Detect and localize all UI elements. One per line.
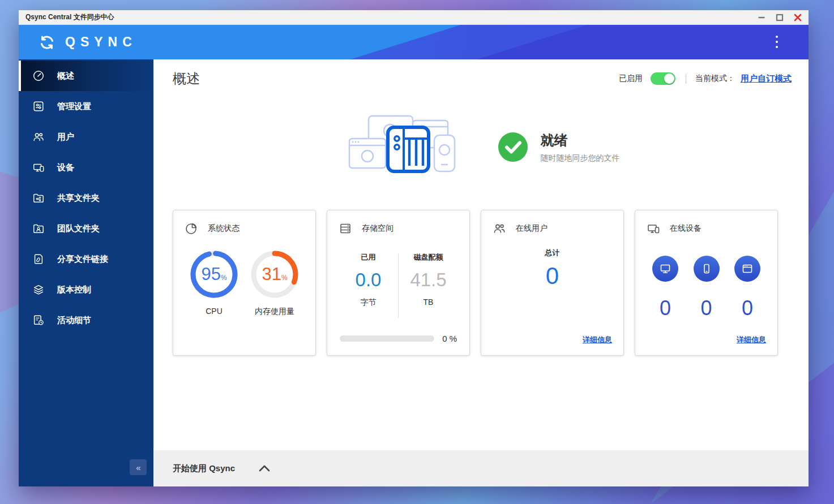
sidebar: 概述 管理设置 用户 (19, 59, 153, 486)
sync-status: 就绪 随时随地同步您的文件 (498, 131, 620, 163)
logo-text: QSYNC (65, 35, 137, 50)
sidebar-item-label: 概述 (57, 71, 74, 81)
sidebar-item-label: 管理设置 (57, 101, 91, 112)
getting-started-bar: 开始使用 Qsync (153, 450, 809, 486)
sidebar-item-devices[interactable]: 设备 (19, 152, 153, 183)
desktop-device-icon (652, 256, 678, 282)
current-mode-link[interactable]: 用户自订模式 (741, 74, 792, 84)
online-users-count: 0 (493, 262, 612, 290)
card-title: 存储空间 (362, 223, 394, 234)
qsync-central-window: Qsync Central 文件同步中心 QSYNC (19, 10, 809, 486)
layers-icon (32, 283, 45, 296)
enabled-label: 已启用 (619, 74, 643, 84)
card-system-status: 系统状态 95 % (173, 210, 316, 356)
used-value: 0.0 (339, 269, 398, 291)
card-title: 在线设备 (670, 223, 702, 234)
online-users-details-link[interactable]: 详细信息 (583, 335, 612, 345)
card-online-users: 在线用户 总计 0 详细信息 (481, 210, 624, 356)
minimize-button[interactable] (758, 14, 765, 21)
page-title: 概述 (173, 70, 200, 88)
sidebar-item-users[interactable]: 用户 (19, 122, 153, 152)
storage-server-icon (339, 222, 352, 235)
sidebar-item-label: 共享文件夹 (57, 193, 100, 204)
sidebar-item-shared-folders[interactable]: 共享文件夹 (19, 183, 153, 213)
sidebar-item-activity[interactable]: 活动细节 (19, 305, 153, 335)
chevron-up-icon (259, 465, 270, 472)
card-title: 系统状态 (208, 223, 239, 234)
sidebar-item-team-folders[interactable]: 团队文件夹 (19, 213, 153, 244)
desktop-count: 0 (652, 296, 678, 320)
window-titlebar: Qsync Central 文件同步中心 (19, 10, 809, 25)
sidebar-item-overview[interactable]: 概述 (19, 61, 153, 91)
activity-log-icon (32, 314, 45, 326)
status-subtitle: 随时随地同步您的文件 (541, 153, 620, 163)
browser-count: 0 (734, 296, 760, 320)
file-link-icon (32, 253, 45, 265)
sidebar-item-version-control[interactable]: 版本控制 (19, 274, 153, 305)
card-storage: 存储空间 已用 0.0 字节 磁盘配额 41.5 TB (327, 210, 470, 356)
sidebar-item-label: 设备 (57, 162, 74, 173)
pie-chart-icon (185, 222, 198, 235)
cpu-value: 95 (201, 264, 220, 285)
sidebar-item-label: 版本控制 (57, 285, 91, 295)
window-title: Qsync Central 文件同步中心 (25, 12, 114, 22)
device-counts: 0 0 0 (647, 296, 766, 320)
main-content: 概述 已启用 当前模式： 用户自订模式 (153, 59, 809, 486)
device-type-icons (647, 256, 766, 282)
sidebar-item-label: 用户 (57, 132, 74, 143)
sidebar-collapse-button[interactable]: « (130, 459, 147, 475)
enabled-toggle[interactable] (651, 72, 675, 85)
quota-value: 41.5 (399, 269, 458, 291)
mobile-device-icon (694, 256, 720, 282)
devices-icon (32, 161, 45, 174)
current-mode-label: 当前模式： (695, 74, 735, 84)
progress-track (340, 335, 434, 342)
online-users-icon (493, 222, 506, 235)
sync-logo-icon (38, 33, 56, 51)
storage-quota: 磁盘配额 41.5 TB (399, 252, 458, 308)
divider (686, 74, 686, 84)
collapse-panel-button[interactable] (259, 465, 270, 472)
window-controls (758, 14, 804, 21)
shared-folder-icon (32, 192, 45, 204)
ready-check-icon (498, 132, 528, 162)
card-title: 在线用户 (516, 223, 548, 234)
total-label: 总计 (493, 248, 612, 258)
main-controls: 已启用 当前模式： 用户自订模式 (619, 72, 792, 85)
storage-used: 已用 0.0 字节 (339, 252, 398, 308)
getting-started-label: 开始使用 Qsync (173, 463, 235, 474)
memory-label: 内存使用量 (255, 307, 294, 317)
app-header: QSYNC (19, 25, 809, 59)
maximize-button[interactable] (776, 14, 784, 21)
summary-cards: 系统状态 95 % (173, 210, 792, 356)
collapse-icon: « (136, 463, 140, 472)
sidebar-item-label: 分享文件链接 (57, 254, 108, 265)
devices-illustration (345, 111, 465, 183)
settings-sliders-icon (32, 100, 45, 113)
online-devices-icon (647, 222, 660, 235)
memory-gauge: 31 % 内存使用量 (249, 250, 301, 317)
main-header: 概述 已启用 当前模式： 用户自订模式 (173, 70, 792, 88)
maximize-icon (776, 14, 784, 21)
gauge-icon (32, 70, 45, 82)
users-icon (32, 131, 45, 143)
sidebar-item-label: 团队文件夹 (57, 223, 100, 234)
cpu-label: CPU (206, 307, 223, 316)
sidebar-item-management[interactable]: 管理设置 (19, 91, 153, 122)
progress-label: 0 % (442, 334, 457, 343)
header-menu-button[interactable] (768, 33, 786, 51)
close-button[interactable] (794, 14, 802, 21)
storage-progress: 0 % (339, 334, 458, 343)
minimize-icon (758, 14, 765, 21)
hero-section: 就绪 随时随地同步您的文件 (173, 111, 792, 183)
sidebar-item-label: 活动细节 (57, 315, 91, 326)
toggle-knob (664, 74, 674, 84)
sidebar-item-share-links[interactable]: 分享文件链接 (19, 244, 153, 274)
online-devices-details-link[interactable]: 详细信息 (737, 335, 766, 345)
memory-value: 31 (262, 264, 281, 285)
app-logo: QSYNC (38, 25, 137, 59)
close-icon (794, 14, 802, 21)
mobile-count: 0 (694, 296, 720, 320)
browser-device-icon (734, 256, 760, 282)
status-title: 就绪 (541, 131, 620, 149)
